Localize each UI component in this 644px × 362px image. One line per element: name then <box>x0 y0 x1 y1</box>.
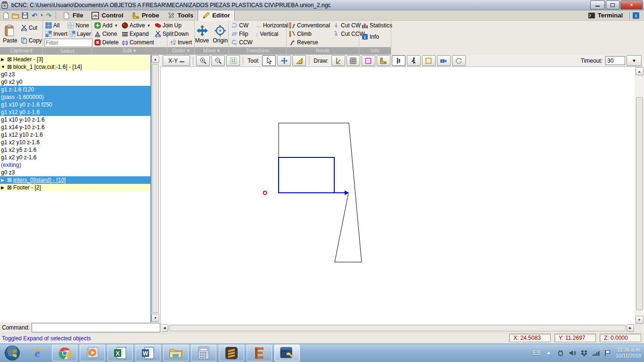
mirror-horizontal-button[interactable]: ↔Horizontal <box>255 21 288 30</box>
zoom-out-button[interactable] <box>211 55 225 66</box>
taskbar-calculator-button[interactable] <box>191 345 216 362</box>
block-enabled-checkbox-icon[interactable]: ⊠ <box>7 184 12 191</box>
block-enabled-checkbox-icon[interactable]: ⊠ <box>7 63 12 71</box>
delete-button[interactable]: Delete <box>93 38 120 47</box>
draw-ruler-button[interactable] <box>377 55 390 66</box>
add-button[interactable]: Add▼ <box>93 21 120 30</box>
select-all-button[interactable]: All <box>44 21 66 30</box>
taskbar-explorer-button[interactable] <box>163 345 189 362</box>
cut-button[interactable]: Cut <box>20 24 43 32</box>
statistics-button[interactable]: Statistics <box>361 21 389 30</box>
paste-button[interactable]: Paste <box>1 21 19 47</box>
hidden-icons-arrow-icon[interactable] <box>545 349 553 357</box>
draw-workarea-button[interactable] <box>422 55 436 66</box>
block-enabled-checkbox-icon[interactable]: ⊠ <box>7 176 12 184</box>
scroll-up-icon[interactable]: ▲ <box>636 67 644 75</box>
canvas-hscrollbar[interactable]: ◀ ▶ <box>160 324 635 332</box>
route-reverse-button[interactable]: Reverse <box>288 38 331 47</box>
scrollbar-thumb[interactable] <box>169 325 626 331</box>
info-icon[interactable]: i <box>632 12 640 19</box>
gcode-list[interactable]: ▶⊠Header - [3]▼⊠block_1 [ccw,cut:-1.6] -… <box>0 55 151 322</box>
tab-control[interactable]: Control <box>87 10 127 20</box>
minimize-button[interactable] <box>590 0 605 9</box>
terminal-button[interactable]: Terminal <box>584 10 627 20</box>
active-button[interactable]: Active▼ <box>121 21 153 30</box>
maximize-button[interactable] <box>606 0 619 9</box>
expand-button[interactable]: Expand <box>121 30 153 38</box>
undo-button[interactable]: ↶ <box>30 11 39 20</box>
zoom-fit-button[interactable] <box>226 55 240 66</box>
scroll-down-icon[interactable]: ▼ <box>151 314 159 322</box>
copy-button[interactable]: Copy <box>20 36 43 45</box>
taskbar-ie-button[interactable]: e <box>25 345 50 361</box>
new-file-button[interactable] <box>1 11 11 20</box>
scrollbar-thumb[interactable] <box>636 97 643 310</box>
select-tool-button[interactable] <box>262 55 276 66</box>
refresh-button[interactable] <box>452 55 466 66</box>
draw-grid-button[interactable] <box>347 55 360 66</box>
gcode-line-row[interactable]: g1 x12 y10 z-1.6 <box>0 131 150 139</box>
taskbar-bcnc-python-button[interactable]: Py <box>274 345 300 362</box>
order-down-button[interactable]: ↓Down <box>169 30 193 38</box>
language-indicator[interactable]: ES <box>533 350 541 356</box>
move-button[interactable]: Move <box>194 21 210 47</box>
scroll-right-icon[interactable]: ▶ <box>627 324 634 332</box>
close-button[interactable]: × <box>620 0 643 9</box>
measure-tool-button[interactable] <box>292 55 306 66</box>
gcode-block-row[interactable]: ▶⊠Footer - [2] <box>0 184 150 191</box>
draw-margin-button[interactable] <box>362 55 375 66</box>
cnc-canvas[interactable] <box>160 67 635 324</box>
route-climb-button[interactable]: Climb <box>288 30 331 38</box>
gcode-block-row[interactable]: ▼⊠block_1 [ccw,cut:-1.6] - [14] <box>0 63 150 71</box>
select-invert-button[interactable]: Invert <box>44 30 68 38</box>
clone-button[interactable]: Clone <box>93 30 120 38</box>
info-button[interactable]: i Info <box>361 33 389 41</box>
command-input[interactable] <box>32 323 160 332</box>
gcode-block-row[interactable]: ▶⊠inters_0[island] - [10] <box>0 176 150 184</box>
dropbox-icon[interactable] <box>580 349 588 357</box>
gcode-line-row[interactable]: g0 x2 y0 <box>0 78 150 86</box>
gcode-line-row[interactable]: g1 x2 y10 z-1.6 <box>0 139 150 146</box>
gcode-line-row[interactable]: g0 z3 <box>0 71 150 78</box>
taskbar-sublime-button[interactable] <box>219 345 244 362</box>
volume-icon[interactable] <box>569 349 576 357</box>
tab-probe[interactable]: Probe <box>128 10 164 20</box>
tab-editor[interactable]: Editor <box>198 10 235 21</box>
taskbar-wmp-button[interactable] <box>80 345 105 362</box>
gcode-block-row[interactable]: ▶⊠Header - [3] <box>0 56 150 63</box>
gcode-line-row[interactable]: g1 x2 y0 z-1.6 <box>0 154 150 161</box>
tab-tools[interactable]: Tools <box>163 10 198 20</box>
order-invert-button[interactable]: Invert <box>169 38 193 47</box>
open-file-button[interactable] <box>11 11 20 20</box>
timeout-input[interactable] <box>605 56 625 65</box>
filter-input[interactable] <box>44 39 92 47</box>
gcode-list-scrollbar[interactable]: ▲ ▼ <box>151 55 159 322</box>
order-up-button[interactable]: ↑Up <box>169 21 193 30</box>
route-conventional-button[interactable]: Conventional <box>288 21 331 30</box>
gcode-line-row[interactable]: g1 x2 y5 z-1.6 <box>0 146 150 154</box>
draw-axes-button[interactable] <box>331 55 345 66</box>
scroll-up-icon[interactable]: ▲ <box>151 55 159 63</box>
draw-paths-button[interactable] <box>407 55 421 66</box>
power-plug-icon[interactable] <box>557 349 564 357</box>
save-button[interactable] <box>20 11 30 20</box>
taskbar-chrome-button[interactable] <box>52 345 77 362</box>
zoom-in-button[interactable] <box>196 55 210 66</box>
tab-file[interactable]: File <box>58 10 87 20</box>
canvas-vscrollbar[interactable]: ▲ ▼ <box>635 67 644 324</box>
taskbar-autodesk-button[interactable] <box>247 345 272 362</box>
timeout-dropdown-button[interactable]: ▼ <box>627 55 642 66</box>
gcode-line-row[interactable]: (exiting) <box>0 161 150 169</box>
comment-button[interactable]: (::) Comment <box>121 38 153 47</box>
select-none-button[interactable]: None <box>66 21 90 30</box>
view-plane-button[interactable]: X-Y <box>163 55 190 66</box>
action-center-flag-icon[interactable] <box>604 349 611 357</box>
origin-button[interactable]: Origin <box>211 21 229 47</box>
gcode-line-row[interactable]: g1 x12 y0 z-1.6 <box>0 108 150 116</box>
rotate-cw-button[interactable]: CW <box>230 21 254 30</box>
mirror-vertical-button[interactable]: ↕Vertical <box>255 30 288 38</box>
scroll-down-icon[interactable]: ▼ <box>636 316 644 324</box>
gcode-line-row[interactable]: g1 z-1.6 f120 <box>0 86 150 93</box>
draw-probe-button[interactable] <box>392 55 405 66</box>
redo-button[interactable]: ↷ <box>44 11 53 20</box>
